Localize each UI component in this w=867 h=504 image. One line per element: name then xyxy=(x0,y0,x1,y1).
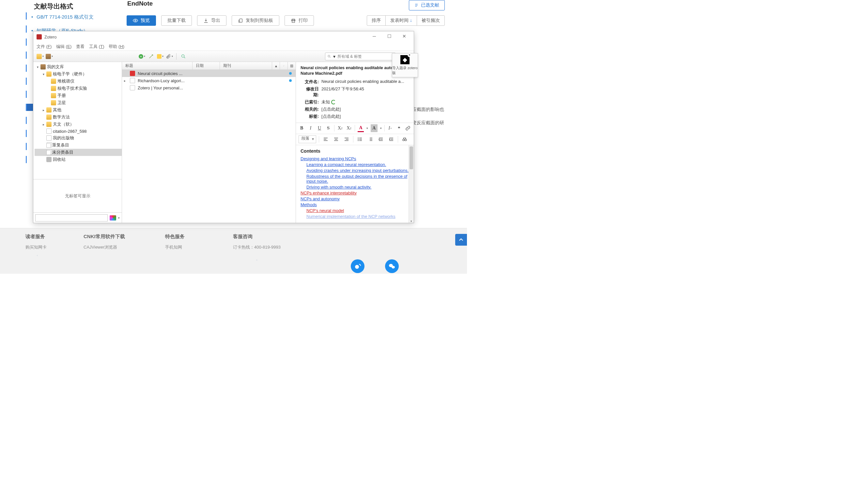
align-center-button[interactable] xyxy=(332,136,340,143)
wechat-icon[interactable] xyxy=(385,259,399,273)
tree-item[interactable]: 手册 xyxy=(35,92,122,99)
footer-link[interactable]: CAJViewer浏览器 xyxy=(84,244,125,250)
tree-astro[interactable]: ▸天文（软） xyxy=(35,121,122,128)
add-attachment-button[interactable]: ▾ xyxy=(166,53,173,60)
meta-value-related[interactable]: [点击此处] xyxy=(321,106,341,112)
search-input[interactable] xyxy=(338,54,393,59)
window-minimize-button[interactable]: ─ xyxy=(367,31,382,41)
col-attachment-icon[interactable] xyxy=(280,62,288,69)
item-row[interactable]: ▸ Richardson-Lucy algori... xyxy=(122,77,296,84)
footer-link[interactable]: 手机知网 xyxy=(165,244,185,250)
new-collection-button[interactable]: ▾ xyxy=(36,53,44,60)
meta-value-filename[interactable]: Neural circuit policies enabling auditab… xyxy=(321,79,404,84)
bold-button[interactable]: B xyxy=(299,124,305,132)
text-color-button[interactable]: A xyxy=(357,124,364,132)
tree-other[interactable]: ▸其他 xyxy=(35,106,122,114)
menu-view[interactable]: 查看 xyxy=(76,44,85,50)
window-maximize-button[interactable]: ☐ xyxy=(382,31,397,41)
scroll-thumb[interactable] xyxy=(409,147,413,169)
new-note-button[interactable]: ▾ xyxy=(157,53,164,60)
italic-button[interactable]: I xyxy=(307,124,313,132)
col-sort-indicator[interactable]: ▴ xyxy=(272,62,280,69)
tree-item[interactable]: 核电子技术实验 xyxy=(35,85,122,92)
note-link[interactable]: NCPs and autonomy xyxy=(301,196,409,201)
item-row[interactable]: Zotero | Your personal... xyxy=(122,84,296,92)
indent-button[interactable] xyxy=(387,136,395,143)
sort-by-publish-time[interactable]: 发表时间 ↓ xyxy=(385,16,417,25)
note-link[interactable]: Learning a compact neural representation… xyxy=(301,162,409,167)
item-row[interactable]: Neural circuit policies ... xyxy=(122,70,296,77)
numbered-list-button[interactable] xyxy=(366,136,374,143)
tag-menu-dropdown[interactable]: ▾ xyxy=(118,216,120,219)
scroll-down-icon[interactable]: ▾ xyxy=(409,219,414,223)
batch-download-button[interactable]: 批量下载 xyxy=(161,15,192,26)
preview-button[interactable]: 预览 xyxy=(127,15,156,26)
blockquote-button[interactable]: ❝ xyxy=(396,124,402,132)
align-left-button[interactable] xyxy=(322,136,330,143)
refresh-icon[interactable] xyxy=(331,100,336,104)
align-right-button[interactable] xyxy=(343,136,351,143)
col-date[interactable]: 日期 xyxy=(193,62,220,69)
footer-link[interactable]: 订卡热线：400-819-9993 xyxy=(233,244,281,250)
col-journal[interactable]: 期刊 xyxy=(220,62,272,69)
items-header[interactable]: 标题 日期 期刊 ▴ ⊞ xyxy=(122,62,296,70)
tree-nuclear[interactable]: ▾核电子学（硬件） xyxy=(35,71,122,78)
tree-item[interactable]: 堆栈谱仪 xyxy=(35,78,122,85)
outdent-button[interactable] xyxy=(377,136,385,143)
superscript-button[interactable]: X2 xyxy=(346,124,352,132)
tree-unfiled[interactable]: 未分类条目 xyxy=(35,149,122,156)
new-item-button[interactable]: +▾ xyxy=(138,53,146,60)
collections-tree[interactable]: ▾我的文库 ▾核电子学（硬件） 堆栈谱仪 核电子技术实验 手册 卫星 ▸其他 数… xyxy=(33,62,122,179)
note-content[interactable]: Contents Designing and learning NCPs Lea… xyxy=(296,145,414,223)
strikethrough-button[interactable]: S xyxy=(325,124,332,132)
titlebar[interactable]: Zotero ─ ☐ ✕ xyxy=(33,31,414,42)
menu-edit[interactable]: 编辑 (E) xyxy=(56,44,72,50)
tag-filter-input[interactable] xyxy=(35,214,108,222)
underline-button[interactable]: U xyxy=(316,124,322,132)
menu-file[interactable]: 文件 (F) xyxy=(36,44,52,50)
tree-mypub[interactable]: 我的出版物 xyxy=(35,135,122,142)
highlight-button[interactable]: A xyxy=(371,124,377,132)
export-button[interactable]: 导出 xyxy=(197,15,226,26)
weibo-icon[interactable] xyxy=(351,259,364,273)
note-link[interactable]: Avoiding crashes under increasing input … xyxy=(301,168,409,173)
tree-item[interactable]: 卫星 xyxy=(35,99,122,106)
subscript-button[interactable]: X2 xyxy=(337,124,343,132)
note-link[interactable]: Numerical implementation of the NCP netw… xyxy=(301,214,409,219)
footer-link[interactable]: 购买知网卡 xyxy=(25,244,47,250)
note-scrollbar[interactable]: ▴ ▾ xyxy=(408,145,414,223)
window-close-button[interactable]: ✕ xyxy=(397,31,412,41)
zotero-import-badge[interactable]: ◆ 导入题录 zotero版 xyxy=(392,53,418,77)
tree-trash[interactable]: 回收站 xyxy=(35,156,122,163)
add-by-identifier-button[interactable] xyxy=(148,53,155,60)
search-mode-dropdown[interactable]: ▾ xyxy=(333,54,335,59)
find-replace-button[interactable] xyxy=(401,136,408,143)
advanced-search-button[interactable] xyxy=(180,53,187,60)
insert-link-button[interactable] xyxy=(405,124,411,132)
tree-math[interactable]: 数学方法 xyxy=(35,114,122,121)
tree-my-library[interactable]: ▾我的文库 xyxy=(35,63,122,71)
col-menu-icon[interactable]: ⊞ xyxy=(288,62,296,69)
bullet-list-button[interactable] xyxy=(356,136,364,143)
quicksearch[interactable]: ▾ xyxy=(325,53,396,60)
paragraph-format-select[interactable]: 段落 xyxy=(299,136,316,143)
note-link[interactable]: Robustness of the output decisions in th… xyxy=(301,174,409,184)
tag-color-button[interactable] xyxy=(110,215,116,221)
meta-value-tags[interactable]: [点击此处] xyxy=(321,114,341,119)
scroll-to-top-button[interactable] xyxy=(455,234,467,246)
print-button[interactable]: 打印 xyxy=(285,15,314,26)
tree-duplicates[interactable]: 重复条目 xyxy=(35,142,122,149)
note-link[interactable]: Driving with smooth neural activity. xyxy=(301,185,409,190)
note-link[interactable]: NCP's neural model xyxy=(301,208,409,213)
menu-tools[interactable]: 工具 (T) xyxy=(89,44,104,50)
copy-clipboard-button[interactable]: 复制到剪贴板 xyxy=(232,15,279,26)
selected-docs-button[interactable]: 已选文献 xyxy=(409,0,445,10)
tree-citation[interactable]: citation-2867_598 xyxy=(35,128,122,135)
note-link[interactable]: Methods xyxy=(301,202,409,207)
new-library-button[interactable]: ▾ xyxy=(46,53,53,60)
note-link[interactable]: NCPs enhance interpretability xyxy=(301,191,409,195)
items-list[interactable]: Neural circuit policies ... ▸ Richardson… xyxy=(122,70,296,223)
menu-help[interactable]: 帮助 (H) xyxy=(109,44,124,50)
note-link[interactable]: Designing and learning NCPs xyxy=(301,156,409,161)
sort-by-cited[interactable]: 被引频次 xyxy=(417,16,445,25)
